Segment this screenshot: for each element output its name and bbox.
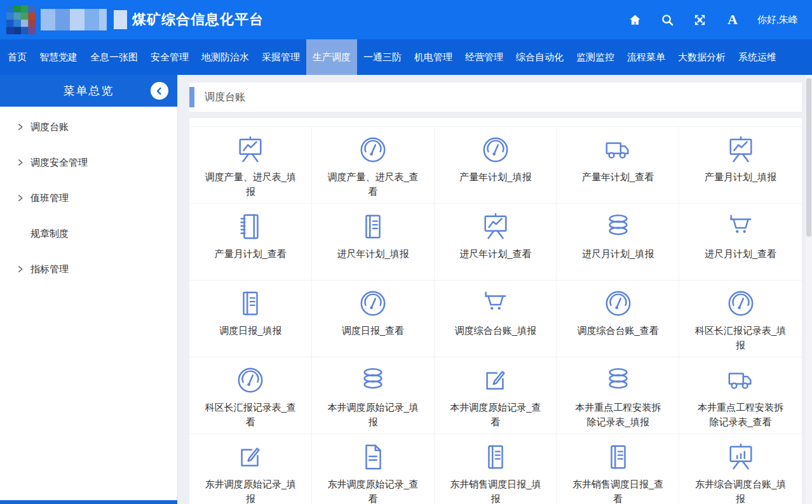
nav-tabs: 首页智慧党建全息一张图安全管理地测防治水采掘管理生产调度一通三防机电管理经营管理… xyxy=(0,39,812,75)
grid-item-16[interactable]: 科区长汇报记录表_查看 xyxy=(189,357,312,434)
sidebar-item-label: 指标管理 xyxy=(30,263,69,275)
grid-item-5[interactable]: 产量月计划_填报 xyxy=(679,127,802,204)
sidebar-menu-item-5[interactable]: 指标管理 xyxy=(0,251,177,287)
nav-tab-2[interactable]: 智慧党建 xyxy=(33,39,84,75)
sidebar-title: 菜单总览 xyxy=(64,83,114,98)
grid-item-label: 本井重点工程安装拆除记录表_填报 xyxy=(572,401,665,429)
grid-item-6[interactable]: 产量月计划_查看 xyxy=(189,204,312,281)
grid-item-21[interactable]: 东井调度原始记录_填报 xyxy=(189,434,312,504)
truck-icon xyxy=(726,366,755,395)
nav-tab-13[interactable]: 流程菜单 xyxy=(621,39,672,75)
nav-tab-10[interactable]: 经营管理 xyxy=(459,39,510,75)
gauge-icon xyxy=(358,135,388,164)
nav-tab-11[interactable]: 综合自动化 xyxy=(510,39,570,75)
font-size-icon[interactable]: A xyxy=(725,12,740,27)
grid-item-label: 调度日报_填报 xyxy=(219,324,281,338)
grid-item-label: 科区长汇报记录表_查看 xyxy=(204,401,297,429)
presentation-line-chart-icon xyxy=(726,135,755,164)
grid-item-label: 东井销售调度日报_填报 xyxy=(449,477,542,504)
user-greeting[interactable]: 你好,朱峰 xyxy=(757,14,798,26)
nav-tab-9[interactable]: 机电管理 xyxy=(408,39,459,75)
scrollbar-thumb[interactable] xyxy=(806,78,811,237)
book-lines-icon xyxy=(604,442,633,472)
grid-item-7[interactable]: 进尺年计划_填报 xyxy=(312,204,435,281)
grid-item-25[interactable]: 东井综合调度台账_填报 xyxy=(679,434,802,504)
grid-item-label: 进尺月计划_查看 xyxy=(705,247,776,262)
nav-tab-label: 大数据分析 xyxy=(678,51,726,63)
grid-item-3[interactable]: 产量年计划_填报 xyxy=(435,127,557,204)
logo-blurred-image xyxy=(6,5,127,34)
sidebar-item-label: 规章制度 xyxy=(30,228,69,240)
grid-item-15[interactable]: 科区长汇报记录表_填报 xyxy=(679,281,802,357)
sidebar-menu-item-1[interactable]: 调度台账 xyxy=(0,109,177,145)
nav-tab-label: 生产调度 xyxy=(313,51,351,63)
cart-icon xyxy=(481,289,510,318)
sidebar-item-label: 调度安全管理 xyxy=(30,157,88,169)
spiral-notebook-icon xyxy=(236,212,265,241)
book-lines-icon xyxy=(236,289,265,318)
grid-item-22[interactable]: 东井调度原始记录_查看 xyxy=(312,434,435,504)
sidebar-menu-item-2[interactable]: 调度安全管理 xyxy=(0,145,177,180)
grid-item-9[interactable]: 进尺月计划_填报 xyxy=(557,204,679,281)
top-header: 煤矿综合信息化平台 A 你好,朱峰 xyxy=(0,0,812,39)
grid-item-14[interactable]: 调度综合台账_查看 xyxy=(557,281,679,357)
nav-tab-3[interactable]: 全息一张图 xyxy=(84,39,144,75)
grid-item-label: 本井重点工程安装拆除记录表_查看 xyxy=(694,401,787,429)
nav-tab-label: 一通三防 xyxy=(363,51,402,63)
grid-item-label: 调度综合台账_查看 xyxy=(578,324,659,338)
scrollbar-track[interactable] xyxy=(806,75,812,504)
grid-item-4[interactable]: 产量年计划_查看 xyxy=(557,127,679,204)
edit-square-icon xyxy=(481,366,510,395)
sidebar-menu-item-4[interactable]: 规章制度 xyxy=(0,216,177,251)
sidebar-bottom-bar xyxy=(0,500,177,504)
page-title: 调度台账 xyxy=(205,91,245,104)
nav-tab-6[interactable]: 采掘管理 xyxy=(255,39,306,75)
nav-tab-5[interactable]: 地测防治水 xyxy=(195,39,255,75)
grid-item-12[interactable]: 调度日报_查看 xyxy=(312,281,435,357)
header-actions: A 你好,朱峰 xyxy=(628,12,798,27)
database-icon xyxy=(604,212,633,241)
nav-tab-4[interactable]: 安全管理 xyxy=(144,39,195,75)
grid-item-19[interactable]: 本井重点工程安装拆除记录表_填报 xyxy=(557,357,679,434)
sidebar-menu-item-3[interactable]: 值班管理 xyxy=(0,180,177,216)
nav-tab-14[interactable]: 大数据分析 xyxy=(672,39,732,75)
presentation-line-chart-icon xyxy=(236,135,265,164)
edit-square-icon xyxy=(236,442,265,472)
grid-item-label: 进尺年计划_填报 xyxy=(337,247,409,262)
nav-tab-1[interactable]: 首页 xyxy=(1,39,33,75)
grid-item-11[interactable]: 调度日报_填报 xyxy=(189,281,312,357)
gauge-icon xyxy=(604,289,633,318)
grid-item-18[interactable]: 本井调度原始记录_查看 xyxy=(435,357,557,434)
grid-item-label: 产量月计划_查看 xyxy=(215,247,287,262)
gauge-icon xyxy=(236,366,265,395)
nav-tab-label: 安全管理 xyxy=(151,51,189,63)
nav-tab-8[interactable]: 一通三防 xyxy=(357,39,408,75)
grid-item-label: 本井调度原始记录_查看 xyxy=(449,401,542,429)
grid-item-2[interactable]: 调度产量、进尺表_查看 xyxy=(312,127,435,204)
grid-item-23[interactable]: 东井销售调度日报_填报 xyxy=(435,434,557,504)
grid-item-24[interactable]: 东井销售调度日报_查看 xyxy=(557,434,679,504)
grid-item-8[interactable]: 进尺年计划_查看 xyxy=(435,204,557,281)
fullscreen-icon[interactable] xyxy=(693,12,708,27)
grid-item-1[interactable]: 调度产量、进尺表_填报 xyxy=(189,127,312,204)
search-icon[interactable] xyxy=(660,12,675,27)
sidebar-item-label: 调度台账 xyxy=(30,121,69,133)
grid-item-label: 本井调度原始记录_填报 xyxy=(327,401,419,429)
menu-grid-panel: 调度产量、进尺表_填报 调度产量、进尺表_查看 产量年计划_填报 产量年计划_查… xyxy=(189,118,802,504)
grid-item-label: 东井调度原始记录_填报 xyxy=(204,477,297,504)
grid-item-17[interactable]: 本井调度原始记录_填报 xyxy=(312,357,435,434)
home-icon[interactable] xyxy=(628,12,643,27)
nav-tab-label: 系统运维 xyxy=(738,51,776,63)
presentation-bar-chart-icon xyxy=(726,442,755,472)
grid-item-13[interactable]: 调度综合台账_填报 xyxy=(435,281,557,357)
grid-item-10[interactable]: 进尺月计划_查看 xyxy=(679,204,802,281)
truck-icon xyxy=(604,135,633,164)
nav-tab-12[interactable]: 监测监控 xyxy=(570,39,621,75)
grid-item-20[interactable]: 本井重点工程安装拆除记录表_查看 xyxy=(679,357,802,434)
nav-tab-15[interactable]: 系统运维 xyxy=(732,39,783,75)
nav-tab-7[interactable]: 生产调度 xyxy=(306,39,357,75)
nav-tab-label: 智慧党建 xyxy=(39,51,78,63)
menu-grid: 调度产量、进尺表_填报 调度产量、进尺表_查看 产量年计划_填报 产量年计划_查… xyxy=(189,127,802,504)
grid-item-label: 东井调度原始记录_查看 xyxy=(327,477,419,504)
sidebar-collapse-button[interactable] xyxy=(151,82,168,100)
